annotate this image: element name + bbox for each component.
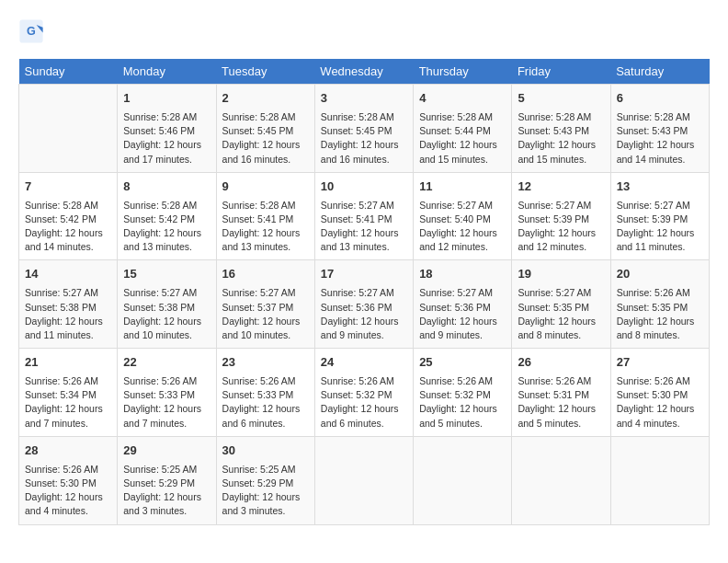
svg-text:G: G <box>27 25 36 38</box>
day-header-thursday: Thursday <box>414 59 512 85</box>
calendar-cell: 11Sunrise: 5:27 AMSunset: 5:40 PMDayligh… <box>414 172 512 260</box>
cell-daylight-info: Sunrise: 5:26 AMSunset: 5:31 PMDaylight:… <box>518 374 604 431</box>
calendar-body: 1Sunrise: 5:28 AMSunset: 5:46 PMDaylight… <box>19 85 710 525</box>
day-number: 7 <box>25 178 111 196</box>
day-number: 20 <box>617 266 703 283</box>
day-header-saturday: Saturday <box>610 59 709 85</box>
calendar-cell: 14Sunrise: 5:27 AMSunset: 5:38 PMDayligh… <box>19 260 118 349</box>
day-number: 29 <box>123 442 210 460</box>
cell-daylight-info: Sunrise: 5:28 AMSunset: 5:41 PMDaylight:… <box>222 199 309 255</box>
calendar-cell: 22Sunrise: 5:26 AMSunset: 5:33 PMDayligh… <box>118 349 216 437</box>
calendar-cell: 20Sunrise: 5:26 AMSunset: 5:35 PMDayligh… <box>610 260 709 349</box>
cell-daylight-info: Sunrise: 5:26 AMSunset: 5:33 PMDaylight:… <box>123 374 210 431</box>
day-number: 28 <box>25 442 111 460</box>
day-number: 16 <box>222 266 309 283</box>
cell-daylight-info: Sunrise: 5:26 AMSunset: 5:32 PMDaylight:… <box>419 374 506 431</box>
cell-daylight-info: Sunrise: 5:27 AMSunset: 5:39 PMDaylight:… <box>617 199 703 255</box>
day-number: 9 <box>222 178 309 196</box>
calendar-cell: 10Sunrise: 5:27 AMSunset: 5:41 PMDayligh… <box>314 172 413 260</box>
calendar-cell: 6Sunrise: 5:28 AMSunset: 5:43 PMDaylight… <box>610 85 709 173</box>
calendar-week-row: 28Sunrise: 5:26 AMSunset: 5:30 PMDayligh… <box>19 436 710 524</box>
day-number: 11 <box>419 178 506 196</box>
cell-daylight-info: Sunrise: 5:28 AMSunset: 5:46 PMDaylight:… <box>123 110 210 167</box>
day-header-wednesday: Wednesday <box>314 59 413 85</box>
cell-daylight-info: Sunrise: 5:25 AMSunset: 5:29 PMDaylight:… <box>123 463 210 519</box>
day-header-friday: Friday <box>512 59 610 85</box>
cell-daylight-info: Sunrise: 5:27 AMSunset: 5:39 PMDaylight:… <box>518 199 604 255</box>
logo: G <box>18 18 46 44</box>
cell-daylight-info: Sunrise: 5:27 AMSunset: 5:40 PMDaylight:… <box>419 199 506 255</box>
day-header-sunday: Sunday <box>19 59 118 85</box>
calendar-cell: 2Sunrise: 5:28 AMSunset: 5:45 PMDaylight… <box>216 85 314 173</box>
calendar-week-row: 21Sunrise: 5:26 AMSunset: 5:34 PMDayligh… <box>19 349 710 437</box>
calendar-week-row: 1Sunrise: 5:28 AMSunset: 5:46 PMDaylight… <box>19 85 710 173</box>
calendar-cell: 19Sunrise: 5:27 AMSunset: 5:35 PMDayligh… <box>512 260 610 349</box>
day-number: 30 <box>222 442 309 460</box>
calendar-cell: 7Sunrise: 5:28 AMSunset: 5:42 PMDaylight… <box>19 172 118 260</box>
cell-daylight-info: Sunrise: 5:27 AMSunset: 5:41 PMDaylight:… <box>321 199 407 255</box>
day-number: 6 <box>617 90 703 108</box>
day-number: 19 <box>518 266 604 283</box>
calendar-cell: 12Sunrise: 5:27 AMSunset: 5:39 PMDayligh… <box>512 172 610 260</box>
cell-daylight-info: Sunrise: 5:26 AMSunset: 5:30 PMDaylight:… <box>25 463 111 519</box>
day-header-row: SundayMondayTuesdayWednesdayThursdayFrid… <box>19 59 710 85</box>
day-number: 26 <box>518 354 604 372</box>
cell-daylight-info: Sunrise: 5:28 AMSunset: 5:42 PMDaylight:… <box>25 199 111 255</box>
calendar-week-row: 14Sunrise: 5:27 AMSunset: 5:38 PMDayligh… <box>19 260 710 349</box>
day-number: 17 <box>321 266 407 283</box>
cell-daylight-info: Sunrise: 5:28 AMSunset: 5:45 PMDaylight:… <box>321 110 407 167</box>
calendar-cell: 23Sunrise: 5:26 AMSunset: 5:33 PMDayligh… <box>216 349 314 437</box>
cell-daylight-info: Sunrise: 5:28 AMSunset: 5:43 PMDaylight:… <box>617 110 703 167</box>
cell-daylight-info: Sunrise: 5:27 AMSunset: 5:35 PMDaylight:… <box>518 286 604 342</box>
calendar-cell: 17Sunrise: 5:27 AMSunset: 5:36 PMDayligh… <box>314 260 413 349</box>
day-number: 8 <box>123 178 210 196</box>
cell-daylight-info: Sunrise: 5:26 AMSunset: 5:35 PMDaylight:… <box>617 286 703 342</box>
calendar-cell: 25Sunrise: 5:26 AMSunset: 5:32 PMDayligh… <box>414 349 512 437</box>
cell-daylight-info: Sunrise: 5:25 AMSunset: 5:29 PMDaylight:… <box>222 463 309 519</box>
calendar-cell: 8Sunrise: 5:28 AMSunset: 5:42 PMDaylight… <box>118 172 216 260</box>
page-header: G <box>18 18 710 44</box>
cell-daylight-info: Sunrise: 5:28 AMSunset: 5:43 PMDaylight:… <box>518 110 604 167</box>
calendar-cell: 21Sunrise: 5:26 AMSunset: 5:34 PMDayligh… <box>19 349 118 437</box>
calendar-cell: 18Sunrise: 5:27 AMSunset: 5:36 PMDayligh… <box>414 260 512 349</box>
day-number: 22 <box>123 354 210 372</box>
day-number: 18 <box>419 266 506 283</box>
cell-daylight-info: Sunrise: 5:26 AMSunset: 5:33 PMDaylight:… <box>222 374 309 431</box>
day-number: 27 <box>617 354 703 372</box>
calendar-cell: 27Sunrise: 5:26 AMSunset: 5:30 PMDayligh… <box>610 349 709 437</box>
calendar-cell: 30Sunrise: 5:25 AMSunset: 5:29 PMDayligh… <box>216 436 314 524</box>
calendar-cell: 16Sunrise: 5:27 AMSunset: 5:37 PMDayligh… <box>216 260 314 349</box>
day-number: 3 <box>321 90 407 108</box>
day-number: 4 <box>419 90 506 108</box>
day-number: 15 <box>123 266 210 283</box>
calendar-cell: 24Sunrise: 5:26 AMSunset: 5:32 PMDayligh… <box>314 349 413 437</box>
day-header-monday: Monday <box>118 59 216 85</box>
day-number: 2 <box>222 90 309 108</box>
day-number: 14 <box>25 266 111 283</box>
cell-daylight-info: Sunrise: 5:28 AMSunset: 5:45 PMDaylight:… <box>222 110 309 167</box>
day-number: 10 <box>321 178 407 196</box>
calendar-cell <box>414 436 512 524</box>
day-number: 5 <box>518 90 604 108</box>
cell-daylight-info: Sunrise: 5:26 AMSunset: 5:34 PMDaylight:… <box>25 374 111 431</box>
calendar-cell: 29Sunrise: 5:25 AMSunset: 5:29 PMDayligh… <box>118 436 216 524</box>
calendar-week-row: 7Sunrise: 5:28 AMSunset: 5:42 PMDaylight… <box>19 172 710 260</box>
day-number: 21 <box>25 354 111 372</box>
calendar-cell: 26Sunrise: 5:26 AMSunset: 5:31 PMDayligh… <box>512 349 610 437</box>
day-number: 24 <box>321 354 407 372</box>
cell-daylight-info: Sunrise: 5:27 AMSunset: 5:38 PMDaylight:… <box>25 286 111 342</box>
calendar-cell <box>19 85 118 173</box>
calendar-cell: 28Sunrise: 5:26 AMSunset: 5:30 PMDayligh… <box>19 436 118 524</box>
day-number: 23 <box>222 354 309 372</box>
calendar-cell <box>512 436 610 524</box>
day-header-tuesday: Tuesday <box>216 59 314 85</box>
day-number: 12 <box>518 178 604 196</box>
cell-daylight-info: Sunrise: 5:28 AMSunset: 5:44 PMDaylight:… <box>419 110 506 167</box>
calendar-header: SundayMondayTuesdayWednesdayThursdayFrid… <box>19 59 710 85</box>
calendar-cell <box>314 436 413 524</box>
calendar-cell: 3Sunrise: 5:28 AMSunset: 5:45 PMDaylight… <box>314 85 413 173</box>
cell-daylight-info: Sunrise: 5:27 AMSunset: 5:36 PMDaylight:… <box>419 286 506 342</box>
day-number: 1 <box>123 90 210 108</box>
cell-daylight-info: Sunrise: 5:27 AMSunset: 5:36 PMDaylight:… <box>321 286 407 342</box>
logo-icon: G <box>18 18 44 44</box>
